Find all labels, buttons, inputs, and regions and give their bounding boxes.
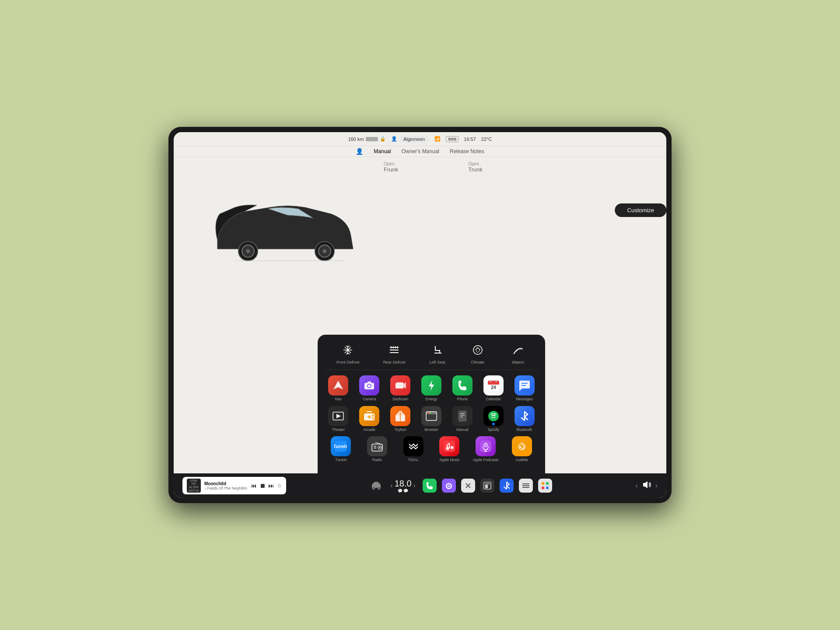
volume-decrease-button[interactable]: ‹ [635, 482, 637, 490]
car-status-icon[interactable] [369, 479, 383, 493]
svg-rect-23 [488, 382, 499, 385]
app-theater[interactable]: Theater [325, 406, 352, 432]
rear-defrost-control[interactable]: Rear Defrost [383, 342, 406, 364]
app-nav[interactable]: Nav [325, 375, 352, 401]
app-calendar[interactable]: 24 Calendar [480, 375, 507, 401]
svg-point-41 [427, 412, 428, 413]
left-seat-control[interactable]: Left Seat [429, 342, 446, 364]
camera-icon-bg [359, 375, 379, 396]
app-spotify[interactable]: Spotify [480, 406, 507, 432]
rear-defrost-icon [386, 342, 402, 358]
app-messages[interactable]: Messages [511, 375, 538, 401]
wifi-icon: 📶 [434, 136, 441, 142]
profile-label: Algemeen [399, 136, 430, 143]
music-controls: ⏮ ⏹ ⏭ ☆ [251, 482, 282, 489]
camera-taskbar-icon[interactable] [442, 479, 456, 493]
app-bluetooth[interactable]: Bluetooth [511, 406, 538, 432]
nav-release-notes[interactable]: Release Notes [450, 148, 484, 154]
tunein-icon-bg: TuneIn [331, 436, 351, 456]
svg-rect-79 [485, 483, 490, 484]
rear-defrost-label: Rear Defrost [383, 360, 406, 364]
apps-taskbar-icon[interactable] [538, 479, 552, 493]
app-tunein[interactable]: TuneIn TuneIn [325, 436, 357, 462]
taskbar-left: KINKNO ALTERNATIVE Moonchild ♪ Fields Of… [182, 477, 286, 494]
svg-rect-51 [372, 444, 382, 451]
customize-button[interactable]: Customize [615, 203, 666, 217]
wipers-control[interactable]: Wipers [510, 342, 526, 364]
rear-trunk-label[interactable]: Open Trunk [468, 161, 483, 173]
left-seat-label: Left Seat [430, 360, 445, 364]
range-display: 160 km 🔒 [348, 136, 386, 142]
calendar-label: Calendar [486, 397, 501, 401]
app-apple-podcasts[interactable]: Apple Podcasts [469, 436, 502, 462]
clock: 16:57 [464, 136, 476, 142]
prev-track-button[interactable]: ⏮ [251, 482, 257, 489]
nav-bar: 👤 Manual Owner's Manual Release Notes [174, 146, 666, 157]
app-toybox[interactable]: Toybox [387, 406, 414, 432]
trunk-labels: Open Frunk Open Trunk [357, 157, 483, 173]
svg-point-2 [246, 249, 250, 253]
screen: 160 km 🔒 👤 Algemeen 📶 SOS 16:57 22°C [174, 132, 666, 498]
front-defrost-icon [340, 342, 356, 358]
audible-icon-bg [512, 436, 532, 456]
svg-marker-12 [333, 381, 343, 389]
radio-label: Radio [372, 458, 382, 462]
favorite-button[interactable]: ☆ [277, 483, 282, 489]
app-dashcam[interactable]: Dashcam [387, 375, 414, 401]
svg-point-11 [473, 346, 482, 354]
app-radio[interactable]: Radio [361, 436, 394, 462]
front-defrost-control[interactable]: Front Defrost [336, 342, 360, 364]
main-content: Open Frunk Open Trunk [174, 157, 666, 473]
screen-bezel: 160 km 🔒 👤 Algemeen 📶 SOS 16:57 22°C [168, 127, 672, 503]
volume-increase-button[interactable]: › [655, 482, 658, 490]
nav-icon: 👤 [356, 148, 363, 155]
list-taskbar-icon[interactable] [519, 479, 533, 493]
svg-marker-30 [336, 414, 341, 418]
stop-button[interactable]: ⏹ [259, 482, 266, 489]
volume-icon[interactable] [641, 480, 652, 491]
app-manual[interactable]: Manual [448, 406, 476, 432]
energy-label: Energy [426, 397, 438, 401]
app-camera[interactable]: Camera [356, 375, 383, 401]
app-phone[interactable]: Phone [448, 375, 476, 401]
arcade-icon-bg [359, 406, 379, 426]
nav-owners-manual[interactable]: Owner's Manual [402, 148, 439, 154]
wipers-icon [510, 342, 526, 358]
music-thumbnail: KINKNO ALTERNATIVE [187, 479, 201, 493]
app-tidal[interactable]: TIDAL [397, 436, 430, 462]
nav-manual[interactable]: Manual [374, 148, 391, 154]
apple-music-label: Apple Music [439, 458, 459, 462]
close-taskbar-icon[interactable] [461, 479, 475, 493]
temperature-display: 22°C [481, 136, 492, 142]
wipers-label: Wipers [512, 360, 524, 364]
car-image: 🔒 [200, 175, 366, 288]
nav-icon-bg [328, 375, 348, 396]
id-taskbar-icon[interactable] [480, 479, 494, 493]
music-title: Moonchild [204, 481, 247, 486]
speed-increase-button[interactable]: › [413, 482, 416, 490]
bluetooth-taskbar-icon[interactable] [500, 479, 514, 493]
app-audible[interactable]: Audible [505, 436, 538, 462]
phone-taskbar-icon[interactable] [423, 479, 437, 493]
front-trunk-label[interactable]: Open Frunk [384, 161, 398, 173]
apple-podcasts-icon-bg [476, 436, 496, 456]
temp-value: 22°C [481, 136, 492, 142]
svg-rect-84 [546, 482, 549, 485]
messages-label: Messages [516, 397, 533, 401]
app-browser[interactable]: Browser [418, 406, 445, 432]
app-arcade[interactable]: Arcade [356, 406, 383, 432]
music-bar: KINKNO ALTERNATIVE Moonchild ♪ Fields Of… [182, 477, 286, 494]
app-apple-music[interactable]: Apple Music [433, 436, 466, 462]
app-energy[interactable]: Energy [418, 375, 445, 401]
svg-point-43 [430, 412, 432, 413]
svg-point-70 [372, 487, 375, 490]
next-track-button[interactable]: ⏭ [268, 482, 274, 489]
dashcam-label: Dashcam [392, 397, 408, 401]
speed-decrease-button[interactable]: ‹ [390, 482, 392, 490]
sos-badge[interactable]: SOS [446, 136, 458, 142]
camera-label: Camera [363, 397, 376, 401]
svg-point-48 [488, 411, 499, 421]
climate-control[interactable]: Climate [469, 342, 486, 364]
lock-icon: 🔒 [380, 136, 386, 142]
profile-chip[interactable]: 👤 Algemeen [391, 136, 430, 143]
